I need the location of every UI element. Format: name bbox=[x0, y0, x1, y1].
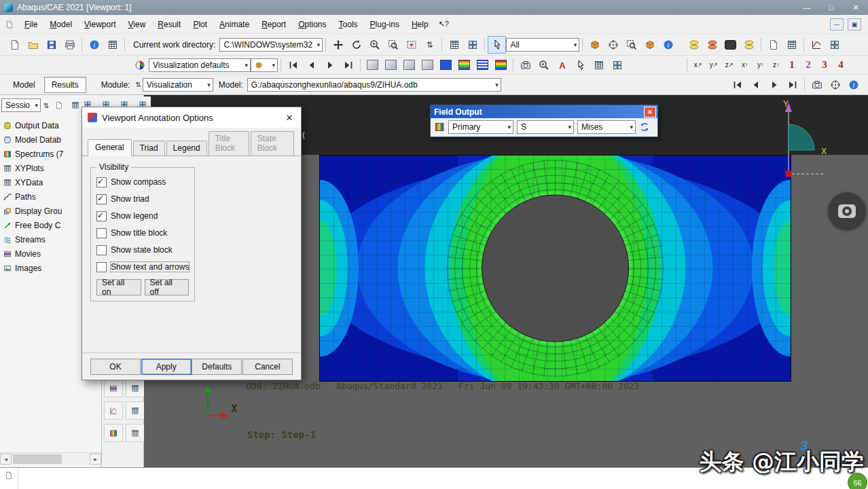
plot-deformed-button[interactable] bbox=[382, 57, 400, 73]
show-title-block-checkbox[interactable] bbox=[96, 228, 107, 238]
rotate-z-button[interactable]: z↗ bbox=[721, 57, 737, 73]
display-group-button[interactable] bbox=[585, 36, 604, 54]
sync-refresh-icon[interactable] bbox=[639, 122, 650, 132]
color-code-part-button[interactable] bbox=[703, 36, 721, 54]
field-position-combo[interactable]: Primary bbox=[448, 120, 513, 134]
view-cut-button[interactable] bbox=[622, 36, 640, 54]
scroll-right-icon[interactable]: ▸ bbox=[90, 454, 101, 465]
new-model-button[interactable] bbox=[5, 36, 24, 54]
minimize-button[interactable]: — bbox=[795, 0, 819, 15]
save-button[interactable] bbox=[42, 36, 60, 54]
color-code-button[interactable] bbox=[685, 36, 703, 54]
show-legend-row[interactable]: Show legend bbox=[96, 211, 189, 221]
menu-options[interactable]: Options bbox=[293, 17, 331, 32]
frame-selector-icon[interactable] bbox=[434, 122, 445, 132]
spectrum-manager-button[interactable] bbox=[126, 424, 145, 442]
tree-horizontal-scrollbar[interactable]: ◂ ▸ bbox=[0, 452, 101, 465]
menu-view[interactable]: View bbox=[123, 17, 151, 32]
spectrum-button[interactable] bbox=[104, 424, 123, 442]
menu-help[interactable]: Help bbox=[406, 17, 434, 32]
show-triad-row[interactable]: Show triad bbox=[96, 194, 189, 204]
frame-last-button[interactable] bbox=[783, 76, 801, 94]
capture-button[interactable] bbox=[844, 76, 863, 94]
set-all-off-button[interactable]: Set all off bbox=[145, 279, 189, 295]
edit-annotation-button[interactable] bbox=[571, 57, 590, 73]
tab-general[interactable]: General bbox=[88, 139, 132, 156]
rotate-x-button[interactable]: x↗ bbox=[690, 57, 706, 73]
show-compass-checkbox[interactable] bbox=[96, 177, 107, 187]
render-style-button[interactable] bbox=[721, 36, 740, 54]
select-entities-button[interactable] bbox=[488, 36, 506, 54]
menu-plugins[interactable]: Plug-ins bbox=[365, 17, 405, 32]
xy-data-manager-button[interactable] bbox=[126, 401, 145, 420]
query-button[interactable] bbox=[85, 36, 103, 54]
cancel-button[interactable]: Cancel bbox=[242, 359, 293, 375]
rotate-view-button[interactable] bbox=[347, 36, 365, 54]
menu-result[interactable]: Result bbox=[152, 17, 186, 32]
show-text-arrows-row[interactable]: Show text and arrows bbox=[96, 262, 189, 272]
field-output-close-button[interactable]: ✕ bbox=[644, 107, 656, 117]
probe-button[interactable] bbox=[826, 76, 844, 94]
xy-data-button[interactable] bbox=[104, 401, 123, 420]
viewport-minimize-icon[interactable]: — bbox=[830, 18, 844, 31]
maximize-button[interactable]: □ bbox=[819, 0, 844, 15]
render-style-combo[interactable] bbox=[251, 58, 278, 72]
tree-expand-button[interactable] bbox=[52, 98, 67, 113]
module-spinner-icon[interactable]: ⇅ bbox=[134, 81, 142, 88]
create-annotation-button[interactable] bbox=[553, 57, 571, 73]
box-zoom-button[interactable] bbox=[384, 36, 402, 54]
magnify-view-button[interactable] bbox=[365, 36, 384, 54]
plot-options-button[interactable] bbox=[825, 36, 844, 54]
show-text-arrows-checkbox[interactable] bbox=[96, 262, 107, 272]
rotate-y-button[interactable]: y↗ bbox=[706, 57, 721, 73]
show-title-block-row[interactable]: Show title block bbox=[96, 228, 189, 238]
tab-model[interactable]: Model bbox=[5, 77, 43, 93]
contour-banded-button[interactable] bbox=[492, 57, 510, 73]
cycle-views-button[interactable]: ⇅ bbox=[420, 36, 439, 54]
field-refinement-combo[interactable]: Mises bbox=[577, 120, 636, 134]
menu-tools[interactable]: Tools bbox=[333, 17, 363, 32]
module-combo[interactable]: Visualization bbox=[143, 78, 213, 92]
pan-x-button[interactable]: x↑ bbox=[737, 57, 753, 73]
contour-solid-button[interactable] bbox=[437, 57, 455, 73]
pan-y-button[interactable]: y↑ bbox=[753, 57, 768, 73]
pan-view-button[interactable] bbox=[329, 36, 347, 54]
message-area-icon[interactable] bbox=[5, 471, 13, 479]
viewport-1-button[interactable]: 1 bbox=[784, 57, 800, 73]
snapshot-button[interactable] bbox=[516, 57, 535, 73]
plot-symbols-button[interactable] bbox=[418, 57, 437, 73]
probe-values-button[interactable] bbox=[604, 36, 622, 54]
ok-button[interactable]: OK bbox=[90, 359, 141, 375]
viewport-3-button[interactable]: 3 bbox=[816, 57, 833, 73]
show-state-block-row[interactable]: Show state block bbox=[96, 245, 189, 255]
frame-first-button[interactable] bbox=[728, 76, 746, 94]
viewport-restore-icon[interactable]: ▣ bbox=[848, 18, 861, 31]
tree-spinner-icon[interactable]: ⇅ bbox=[42, 102, 50, 109]
tab-triad[interactable]: Triad bbox=[133, 141, 165, 156]
plot-undeformed-button[interactable] bbox=[363, 57, 382, 73]
scrollbar-thumb[interactable] bbox=[13, 454, 62, 464]
set-all-on-button[interactable]: Set all on bbox=[96, 279, 141, 295]
field-output-titlebar[interactable]: Field Output ✕ bbox=[431, 105, 657, 118]
result-options-button[interactable] bbox=[608, 57, 626, 73]
render-beam-profiles-button[interactable] bbox=[640, 36, 659, 54]
link-viewports-button[interactable] bbox=[808, 76, 826, 94]
views-toolbox-button[interactable] bbox=[445, 36, 463, 54]
menu-report[interactable]: Report bbox=[256, 17, 291, 32]
viewport-2-button[interactable]: 2 bbox=[800, 57, 816, 73]
manager-button[interactable] bbox=[103, 36, 122, 54]
animate-play-button[interactable] bbox=[321, 57, 339, 73]
close-button[interactable]: ✕ bbox=[844, 0, 868, 15]
animate-previous-button[interactable] bbox=[302, 57, 321, 73]
list-options-button[interactable] bbox=[782, 36, 801, 54]
selection-filter-combo[interactable]: All bbox=[506, 38, 579, 52]
3d-compass-button[interactable] bbox=[828, 192, 866, 230]
menu-animate[interactable]: Animate bbox=[214, 17, 255, 32]
menu-file[interactable]: File bbox=[19, 17, 43, 32]
animate-first-button[interactable] bbox=[284, 57, 302, 73]
annotation-manager-button[interactable] bbox=[764, 36, 782, 54]
dialog-close-button[interactable]: ✕ bbox=[278, 107, 301, 128]
xy-plot-button[interactable] bbox=[807, 36, 825, 54]
tab-legend[interactable]: Legend bbox=[166, 141, 207, 156]
field-report-button[interactable] bbox=[590, 57, 608, 73]
